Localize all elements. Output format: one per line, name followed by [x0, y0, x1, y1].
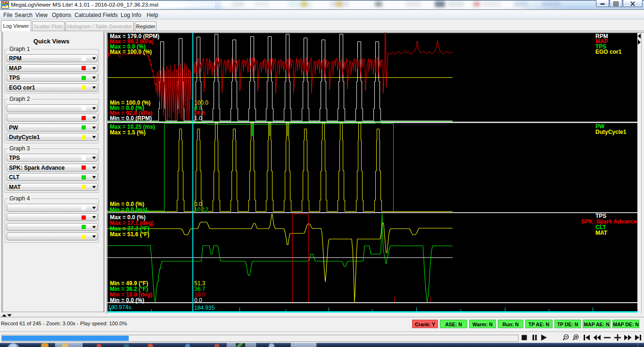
- svg-text:0.0: 0.0: [194, 297, 202, 304]
- svg-text:184.935: 184.935: [194, 305, 215, 311]
- svg-text:Max = 1.5 (%): Max = 1.5 (%): [110, 129, 146, 136]
- svg-text:Min = 0.0 (ms): Min = 0.0 (ms): [110, 207, 148, 213]
- svg-text:EGO cor1: EGO cor1: [595, 49, 622, 55]
- svg-text:10.12: 10.12: [194, 207, 208, 213]
- svg-text:Min = 0.0 (%): Min = 0.0 (%): [110, 297, 144, 304]
- svg-text:180.974s.: 180.974s.: [108, 304, 133, 311]
- svg-text:Max = 100.0 (%): Max = 100.0 (%): [110, 49, 152, 55]
- svg-text:SPK: Spark Advance: SPK: Spark Advance: [581, 218, 637, 225]
- svg-text:MAT: MAT: [595, 230, 608, 236]
- svg-text:1.0: 1.0: [194, 115, 202, 122]
- svg-text:Min = 0.0 (RPM): Min = 0.0 (RPM): [110, 115, 152, 122]
- svg-text:DutyCycle1: DutyCycle1: [595, 129, 627, 135]
- svg-text:Max = 51.6 (°F): Max = 51.6 (°F): [110, 231, 149, 238]
